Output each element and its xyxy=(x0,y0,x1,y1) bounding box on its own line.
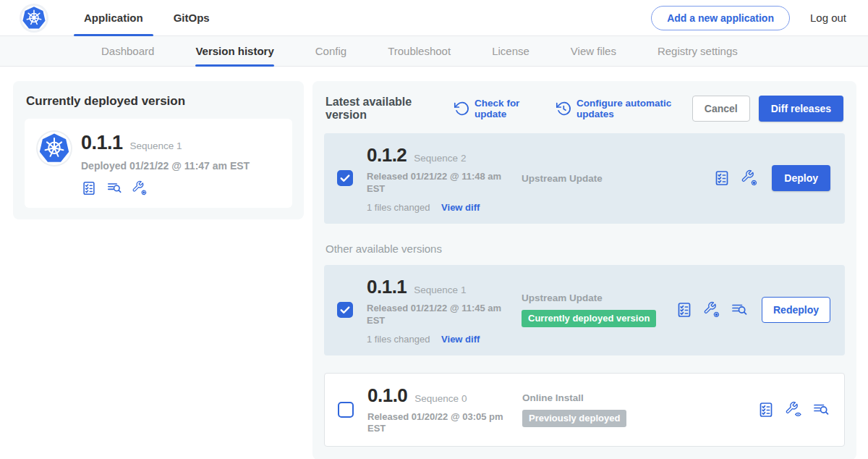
currently-deployed-panel: Currently deployed version 0.1.1 Sequenc… xyxy=(13,81,304,219)
version-label: 0.1.1 xyxy=(367,276,407,298)
currently-deployed-badge: Currently deployed version xyxy=(522,310,656,327)
app-kubernetes-icon xyxy=(38,132,71,165)
preflight-checklist-icon[interactable] xyxy=(757,401,775,418)
row-gap xyxy=(324,355,845,373)
app-subnav: Dashboard Version history Config Trouble… xyxy=(0,36,868,67)
version-label: 0.1.2 xyxy=(367,144,407,167)
version-source-label: Online Install xyxy=(522,392,757,403)
view-files-search-icon[interactable] xyxy=(731,301,748,319)
sequence-label: Sequence 2 xyxy=(414,153,466,164)
view-diff-link[interactable]: View diff xyxy=(441,334,480,345)
view-config-wrench-eye-icon[interactable] xyxy=(785,401,802,418)
preflight-checklist-icon[interactable] xyxy=(713,169,731,187)
cancel-button[interactable]: Cancel xyxy=(692,96,750,122)
version-row-0-1-0: 0.1.0 Sequence 0 Released 01/20/22 @ 03:… xyxy=(324,373,845,447)
released-timestamp: Released 01/20/22 @ 03:05 pm EST xyxy=(367,411,512,436)
deployed-sequence-label: Sequence 1 xyxy=(130,140,182,151)
edit-config-wrench-gear-icon[interactable] xyxy=(741,169,758,187)
subnav-tab-config[interactable]: Config xyxy=(315,36,346,67)
view-files-search-icon[interactable] xyxy=(106,180,122,196)
edit-config-wrench-gear-icon[interactable] xyxy=(703,301,720,319)
files-changed-label: 1 files changed xyxy=(367,334,430,345)
released-timestamp: Released 01/21/22 @ 11:45 am EST xyxy=(367,303,511,327)
version-row-0-1-2: 0.1.2 Sequence 2 Released 01/21/22 @ 11:… xyxy=(324,133,845,224)
subnav-tab-registry-settings[interactable]: Registry settings xyxy=(658,36,738,67)
version-select-checkbox[interactable] xyxy=(337,302,353,318)
latest-version-header: Latest available version Check for updat… xyxy=(326,96,843,122)
deploy-button[interactable]: Deploy xyxy=(772,165,830,191)
sequence-label: Sequence 1 xyxy=(414,285,466,295)
tab-gitops[interactable]: GitOps xyxy=(174,0,210,36)
version-source-label: Upstream Update xyxy=(522,292,676,303)
latest-version-title: Latest available version xyxy=(326,96,440,122)
subnav-tab-version-history[interactable]: Version history xyxy=(195,36,273,67)
kots-admin-console: Application GitOps Add a new application… xyxy=(0,0,868,459)
add-new-application-button[interactable]: Add a new application xyxy=(651,6,790,30)
top-navbar: Application GitOps Add a new application… xyxy=(0,0,868,36)
kubernetes-logo-icon xyxy=(22,6,46,30)
redeploy-button[interactable]: Redeploy xyxy=(762,297,830,323)
tab-application[interactable]: Application xyxy=(84,0,143,36)
refresh-icon xyxy=(453,100,470,117)
available-versions-panel: Latest available version Check for updat… xyxy=(312,81,856,459)
version-history-page: Currently deployed version 0.1.1 Sequenc… xyxy=(0,67,868,459)
check-for-update-label: Check for update xyxy=(475,98,542,119)
released-timestamp: Released 01/21/22 @ 11:48 am EST xyxy=(367,171,511,195)
deployed-timestamp: Deployed 01/21/22 @ 11:47 am EST xyxy=(81,160,250,172)
version-row-0-1-1: 0.1.1 Sequence 1 Released 01/21/22 @ 11:… xyxy=(324,265,845,355)
topnav-tabs: Application GitOps xyxy=(84,0,210,36)
currently-deployed-title: Currently deployed version xyxy=(26,94,292,109)
previously-deployed-badge: Previously deployed xyxy=(522,410,626,427)
configure-automatic-updates-label: Configure automatic updates xyxy=(576,98,692,119)
subnav-tab-license[interactable]: License xyxy=(492,36,529,67)
view-files-search-icon[interactable] xyxy=(812,401,830,418)
deployed-version-label: 0.1.1 xyxy=(81,132,123,154)
preflight-checklist-icon[interactable] xyxy=(81,180,97,196)
other-available-versions-title: Other available versions xyxy=(326,243,843,255)
currently-deployed-card: 0.1.1 Sequence 1 Deployed 01/21/22 @ 11:… xyxy=(25,119,292,208)
version-source-label: Upstream Update xyxy=(522,173,713,184)
auto-update-clock-icon xyxy=(555,100,572,117)
files-changed-label: 1 files changed xyxy=(367,202,430,213)
edit-config-wrench-gear-icon[interactable] xyxy=(132,180,148,196)
sequence-label: Sequence 0 xyxy=(414,393,467,404)
preflight-checklist-icon[interactable] xyxy=(676,301,693,319)
version-label: 0.1.0 xyxy=(367,384,407,407)
version-select-checkbox[interactable] xyxy=(338,402,354,418)
subnav-tab-troubleshoot[interactable]: Troubleshoot xyxy=(388,36,451,67)
subnav-tab-dashboard[interactable]: Dashboard xyxy=(101,36,154,67)
view-diff-link[interactable]: View diff xyxy=(441,202,480,213)
logout-link[interactable]: Log out xyxy=(810,12,846,24)
check-for-update-link[interactable]: Check for update xyxy=(453,98,542,119)
version-select-checkbox[interactable] xyxy=(337,170,353,186)
diff-releases-button[interactable]: Diff releases xyxy=(759,96,843,122)
subnav-tab-view-files[interactable]: View files xyxy=(571,36,616,67)
configure-automatic-updates-link[interactable]: Configure automatic updates xyxy=(555,98,692,119)
